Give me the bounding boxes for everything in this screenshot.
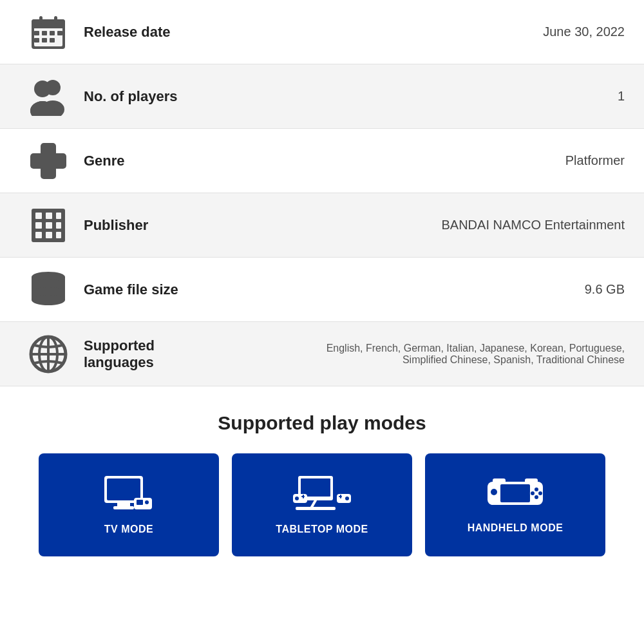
svg-rect-29 — [56, 222, 61, 229]
svg-point-69 — [538, 491, 542, 495]
tv-mode-card: TV MODE — [39, 453, 219, 556]
publisher-row: Publisher BANDAI NAMCO Entertainment — [0, 193, 644, 258]
languages-value: English, French, German, Italian, Japane… — [290, 343, 625, 366]
genre-icon — [19, 142, 77, 180]
globe-icon — [19, 335, 77, 374]
svg-rect-12 — [39, 16, 43, 24]
svg-rect-5 — [34, 31, 39, 35]
svg-rect-31 — [46, 232, 52, 238]
handheld-mode-label: HANDHELD MODE — [468, 522, 564, 534]
tv-mode-label: TV MODE — [104, 524, 153, 535]
svg-rect-54 — [296, 507, 336, 510]
publisher-label: Publisher — [77, 217, 441, 234]
filesize-icon — [19, 270, 77, 309]
svg-rect-24 — [35, 213, 42, 219]
svg-rect-6 — [42, 31, 47, 35]
genre-row: Genre Platformer — [0, 129, 644, 193]
publisher-value: BANDAI NAMCO Entertainment — [441, 218, 625, 232]
svg-rect-25 — [46, 213, 52, 219]
players-label: No. of players — [77, 88, 618, 105]
languages-row: Supportedlanguages English, French, Germ… — [0, 322, 644, 386]
svg-point-65 — [491, 489, 497, 495]
svg-rect-70 — [493, 478, 506, 483]
play-modes-section: Supported play modes TV MODE — [0, 386, 644, 595]
tabletop-mode-label: TABLETOP MODE — [276, 524, 368, 535]
svg-rect-58 — [303, 495, 304, 498]
svg-rect-4 — [32, 24, 65, 28]
svg-rect-32 — [56, 232, 61, 238]
svg-rect-45 — [107, 478, 140, 500]
release-date-row: Release date June 30, 2022 — [0, 0, 644, 64]
svg-rect-22 — [41, 153, 56, 169]
svg-rect-11 — [50, 38, 55, 43]
svg-rect-27 — [35, 222, 42, 229]
handheld-mode-icon — [486, 477, 544, 515]
svg-point-68 — [535, 495, 538, 499]
svg-rect-9 — [34, 38, 39, 43]
file-size-value: 9.6 GB — [585, 282, 625, 297]
file-size-row: Game file size 9.6 GB — [0, 258, 644, 322]
svg-point-50 — [145, 500, 149, 504]
languages-label: Supportedlanguages — [77, 337, 290, 371]
svg-rect-26 — [56, 213, 61, 219]
info-table: Release date June 30, 2022 No. of player… — [0, 0, 644, 386]
svg-rect-10 — [42, 38, 47, 43]
svg-rect-8 — [57, 31, 62, 35]
file-size-label: Game file size — [77, 281, 585, 298]
players-row: No. of players 1 — [0, 64, 644, 129]
svg-rect-30 — [35, 232, 42, 238]
svg-rect-13 — [54, 16, 57, 24]
svg-rect-2 — [34, 27, 62, 46]
play-modes-title: Supported play modes — [0, 386, 644, 453]
tabletop-mode-icon — [293, 475, 351, 516]
players-icon — [19, 77, 77, 116]
tv-mode-icon — [103, 475, 155, 516]
handheld-mode-card: HANDHELD MODE — [425, 453, 605, 556]
publisher-icon — [19, 206, 77, 245]
svg-point-66 — [535, 488, 538, 491]
svg-point-60 — [345, 497, 349, 500]
svg-rect-71 — [525, 478, 538, 483]
svg-rect-49 — [137, 500, 143, 505]
svg-point-56 — [295, 497, 299, 500]
release-date-label: Release date — [77, 24, 543, 41]
release-date-value: June 30, 2022 — [543, 24, 625, 39]
svg-rect-46 — [117, 503, 130, 506]
genre-label: Genre — [77, 153, 565, 169]
players-value: 1 — [618, 89, 625, 104]
svg-rect-64 — [500, 484, 530, 502]
svg-rect-47 — [113, 506, 134, 509]
svg-point-16 — [34, 80, 51, 97]
genre-value: Platformer — [565, 153, 625, 168]
play-modes-container: TV MODE — [0, 453, 644, 595]
svg-rect-52 — [301, 478, 330, 497]
svg-point-67 — [531, 491, 535, 495]
calendar-icon — [19, 13, 77, 52]
tabletop-mode-card: TABLETOP MODE — [232, 453, 412, 556]
svg-point-39 — [32, 295, 65, 305]
svg-rect-7 — [50, 31, 55, 35]
svg-rect-62 — [340, 495, 341, 498]
svg-rect-28 — [46, 222, 52, 229]
